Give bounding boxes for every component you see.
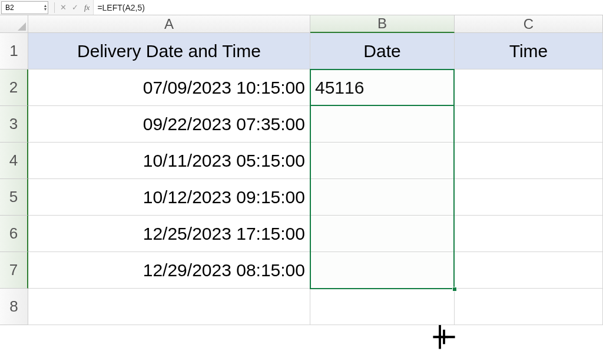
row-header-3[interactable]: 3 xyxy=(0,106,28,143)
column-header-row: A B C xyxy=(0,15,603,33)
cell-C7[interactable] xyxy=(455,252,603,289)
name-box-stepper-icon[interactable]: ▴▾ xyxy=(44,4,47,11)
name-box[interactable]: B2 ▴▾ xyxy=(1,1,48,14)
table-row: 5 10/12/2023 09:15:00 xyxy=(0,179,603,216)
cell-A5[interactable]: 10/12/2023 09:15:00 xyxy=(28,179,310,216)
column-header-A[interactable]: A xyxy=(28,15,310,33)
fill-drag-cursor-icon: ┃ ━╋━ ┃ xyxy=(433,330,445,344)
formula-text: =LEFT(A2,5) xyxy=(97,3,145,12)
column-header-B[interactable]: B xyxy=(310,15,455,33)
cell-C4[interactable] xyxy=(455,143,603,179)
cell-B2[interactable]: 45116 xyxy=(310,70,455,106)
cancel-formula-icon[interactable]: ✕ xyxy=(57,2,69,14)
cell-C2[interactable] xyxy=(455,70,603,106)
fx-icon[interactable]: fx xyxy=(81,3,93,12)
cell-B1[interactable]: Date xyxy=(310,33,455,70)
select-all-corner[interactable] xyxy=(0,15,28,33)
row-header-1[interactable]: 1 xyxy=(0,33,28,70)
row-header-5[interactable]: 5 xyxy=(0,179,28,216)
formula-input[interactable]: =LEFT(A2,5) xyxy=(93,0,603,15)
spreadsheet-grid: A B C 1 Delivery Date and Time Date Time… xyxy=(0,15,603,325)
divider xyxy=(54,2,55,13)
row-header-2[interactable]: 2 xyxy=(0,70,28,106)
row-header-8[interactable]: 8 xyxy=(0,289,28,325)
table-row: 7 12/29/2023 08:15:00 xyxy=(0,252,603,289)
row-header-4[interactable]: 4 xyxy=(0,143,28,179)
cell-B4[interactable] xyxy=(310,143,455,179)
table-row: 6 12/25/2023 17:15:00 xyxy=(0,216,603,252)
fill-handle[interactable] xyxy=(452,287,457,292)
cell-A1[interactable]: Delivery Date and Time xyxy=(28,33,310,70)
table-row: 8 xyxy=(0,289,603,325)
cell-C3[interactable] xyxy=(455,106,603,143)
name-box-value: B2 xyxy=(5,4,14,12)
accept-formula-icon[interactable]: ✓ xyxy=(69,2,81,14)
cell-A2[interactable]: 07/09/2023 10:15:00 xyxy=(28,70,310,106)
cell-B6[interactable] xyxy=(310,216,455,252)
cell-A8[interactable] xyxy=(28,289,310,325)
cell-A4[interactable]: 10/11/2023 05:15:00 xyxy=(28,143,310,179)
row-header-6[interactable]: 6 xyxy=(0,216,28,252)
table-row: 4 10/11/2023 05:15:00 xyxy=(0,143,603,179)
cell-A7[interactable]: 12/29/2023 08:15:00 xyxy=(28,252,310,289)
table-row: 2 07/09/2023 10:15:00 45116 xyxy=(0,70,603,106)
cell-A6[interactable]: 12/25/2023 17:15:00 xyxy=(28,216,310,252)
cell-C6[interactable] xyxy=(455,216,603,252)
column-header-C[interactable]: C xyxy=(455,15,603,33)
formula-bar: B2 ▴▾ ✕ ✓ fx =LEFT(A2,5) xyxy=(0,0,603,15)
table-row: 1 Delivery Date and Time Date Time xyxy=(0,33,603,70)
cell-B3[interactable] xyxy=(310,106,455,143)
cell-B5[interactable] xyxy=(310,179,455,216)
cell-C1[interactable]: Time xyxy=(455,33,603,70)
cell-C5[interactable] xyxy=(455,179,603,216)
cell-A3[interactable]: 09/22/2023 07:35:00 xyxy=(28,106,310,143)
cell-B8[interactable] xyxy=(310,289,455,325)
row-header-7[interactable]: 7 xyxy=(0,252,28,289)
cell-C8[interactable] xyxy=(455,289,603,325)
cell-B7[interactable] xyxy=(310,252,455,289)
table-row: 3 09/22/2023 07:35:00 xyxy=(0,106,603,143)
